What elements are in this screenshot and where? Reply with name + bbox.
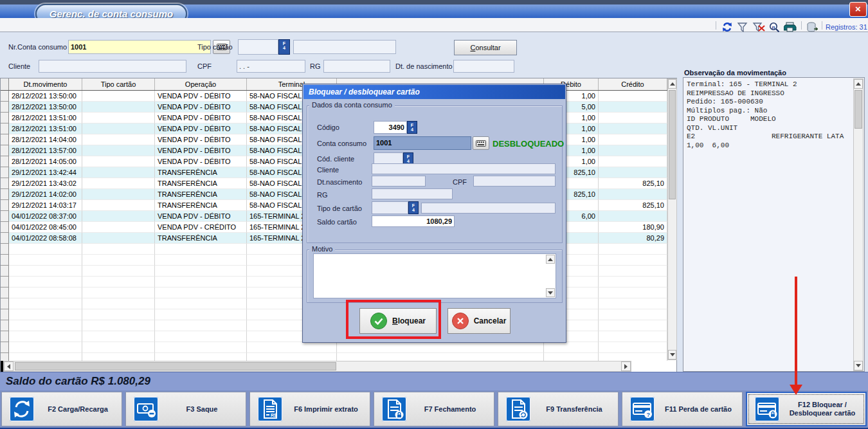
row-selector[interactable] (1, 178, 9, 189)
row-selector[interactable] (1, 134, 9, 145)
cliente-input[interactable] (39, 60, 186, 73)
f7-fechamento-button[interactable]: F7 Fechamento (374, 392, 494, 426)
observation-panel[interactable]: Terminal: 165 - TERMINAL 2 REIMPRESSAO D… (683, 77, 865, 372)
cpf-input[interactable] (473, 176, 556, 187)
cell (599, 145, 667, 156)
cell (82, 200, 155, 211)
export-icon[interactable] (806, 22, 819, 32)
row-selector[interactable] (1, 222, 9, 233)
withdraw-icon (134, 397, 158, 421)
grid-vscroll-thumb[interactable] (669, 90, 676, 199)
cell: 29/12/2021 14:03:17 (9, 200, 82, 211)
cell: TRANSFERÊNCIA (155, 233, 247, 244)
row-selector[interactable] (1, 123, 9, 134)
row-selector[interactable] (1, 189, 9, 200)
row-selector[interactable] (1, 113, 9, 123)
observation-text[interactable]: Terminal: 165 - TERMINAL 2 REIMPRESSAO D… (687, 80, 853, 369)
close-button[interactable]: × (849, 2, 867, 17)
keyboard-button[interactable] (473, 136, 489, 150)
row-selector[interactable] (1, 200, 9, 211)
row-selector[interactable] (1, 233, 9, 244)
row-selector (1, 288, 9, 298)
rg-input[interactable] (323, 60, 390, 73)
dialog-title[interactable]: Bloquear / desbloquear cartão (303, 85, 565, 99)
observation-scrollbar[interactable] (853, 78, 863, 371)
row-selector (1, 331, 9, 342)
print-icon[interactable] (784, 22, 797, 32)
cell: VENDA PDV - DÉBITO (155, 113, 247, 123)
row-selector[interactable] (1, 145, 9, 156)
cell (82, 113, 155, 123)
motivo-textarea[interactable] (313, 253, 556, 298)
cpf-input[interactable]: . . - (237, 60, 305, 73)
tipo-cartao-desc-input[interactable] (421, 203, 556, 214)
cell (155, 342, 247, 353)
saldo-cartao-input[interactable]: 1080,29 (372, 215, 455, 227)
f3-saque-button[interactable]: F3 Saque (125, 392, 246, 426)
cell: 04/01/2022 08:58:08 (9, 233, 82, 244)
row-selector[interactable] (1, 211, 9, 222)
tipo-cartao-code-input[interactable] (372, 201, 408, 214)
row-selector[interactable] (1, 156, 9, 167)
observation-scroll-thumb[interactable] (854, 90, 862, 129)
column-header-tipo[interactable]: Tipo cartão (82, 78, 155, 90)
clear-filter-icon[interactable] (752, 22, 765, 32)
cell: VENDA PDV - DÉBITO (155, 211, 247, 222)
search-icon[interactable]: n (768, 22, 781, 32)
cell (599, 320, 667, 331)
observation-title: Observação da movimentação (684, 69, 786, 77)
f4-lookup-button[interactable]: F4 (408, 201, 419, 214)
f4-lookup-button[interactable]: F4 (407, 121, 417, 134)
cell (155, 298, 247, 309)
consultar-button[interactable]: Consultar (454, 40, 517, 55)
cell (82, 298, 155, 309)
f4-label: F (412, 203, 415, 208)
cliente-input[interactable] (372, 163, 556, 174)
grid-horizontal-scrollbar[interactable] (3, 361, 631, 372)
f6-imprimir-extrato-button[interactable]: R$ F6 Imprimir extrato (249, 392, 370, 426)
refresh-icon[interactable] (721, 22, 734, 32)
cell (599, 266, 667, 277)
row-selector (1, 342, 9, 353)
dt-nascimento-input[interactable] (372, 176, 426, 187)
svg-text:?: ? (647, 412, 651, 418)
cell (82, 266, 155, 277)
cell: 28/12/2021 13:51:00 (9, 113, 82, 123)
column-header-operacao[interactable]: Operação (155, 78, 247, 90)
cell (599, 123, 667, 134)
f12-bloquear-desbloquear-button[interactable]: F12 Bloquear / Desbloquear cartão (746, 392, 867, 426)
grid-corner-cell (1, 78, 9, 90)
cell (9, 320, 82, 331)
f4-lookup-button[interactable]: F4 (278, 39, 290, 55)
cell (155, 288, 247, 298)
row-selector[interactable] (1, 102, 9, 113)
footer-button-label: F7 Fechamento (406, 405, 494, 414)
cell (599, 134, 667, 145)
cell (155, 353, 247, 361)
conta-consumo-input[interactable]: 1001 (374, 136, 471, 150)
column-header-dt[interactable]: Dt.movimento (9, 78, 82, 90)
f11-perda-cartao-button[interactable]: ? F11 Perda de cartão (622, 392, 743, 426)
cell: 04/01/2022 08:45:00 (9, 222, 82, 233)
codigo-input[interactable]: 3490 (374, 121, 407, 134)
filter-icon[interactable] (737, 22, 750, 32)
row-selector[interactable] (1, 91, 9, 102)
tipo-cartao-code-input[interactable] (238, 39, 278, 55)
f9-transferencia-button[interactable]: F9 Transferência (498, 392, 619, 426)
records-count: Registros: 31 (826, 23, 867, 31)
cancelar-button[interactable]: Cancelar (448, 308, 511, 334)
column-header-credito[interactable]: Crédito (599, 78, 667, 90)
cell (82, 102, 155, 113)
nr-conta-input[interactable]: 1001 (68, 40, 211, 54)
cell (599, 331, 667, 342)
cell: VENDA PDV - DÉBITO (155, 91, 247, 102)
tipo-cartao-desc-input[interactable] (293, 40, 396, 54)
rg-input[interactable] (372, 188, 453, 199)
row-selector[interactable] (1, 167, 9, 178)
grid-vertical-scrollbar[interactable] (667, 78, 677, 360)
cell (82, 222, 155, 233)
cell (247, 342, 337, 353)
grid-hscroll-thumb[interactable] (15, 362, 336, 370)
f2-carga-recarga-button[interactable]: F2 Carga/Recarga (1, 392, 122, 426)
dt-nascimento-input[interactable] (453, 60, 514, 73)
